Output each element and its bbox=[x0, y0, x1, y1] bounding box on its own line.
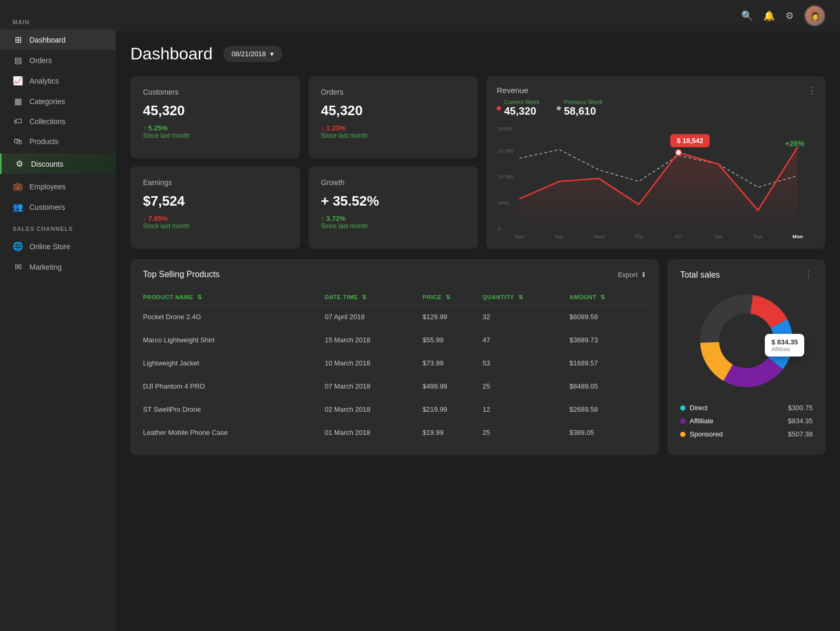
sidebar-item-analytics[interactable]: 📈 Analytics bbox=[0, 70, 116, 91]
cell-name: Lightweight Jacket bbox=[143, 352, 325, 375]
revenue-menu-icon[interactable]: ⋮ bbox=[807, 85, 817, 96]
sidebar-label-analytics: Analytics bbox=[29, 77, 59, 85]
stats-grid: Customers 45,320 ↑ 5.25% Since last mont… bbox=[130, 76, 825, 249]
sidebar-item-dashboard[interactable]: ⊞ Dashboard bbox=[0, 29, 116, 50]
sort-product-name: ⇅ bbox=[197, 294, 202, 300]
col-date-time[interactable]: DATE TIME ⇅ bbox=[325, 290, 423, 306]
svg-text:Wed: Wed bbox=[594, 233, 605, 239]
sidebar-label-dashboard: Dashboard bbox=[29, 36, 66, 44]
cell-qty: 25 bbox=[483, 421, 569, 444]
sidebar-item-orders[interactable]: ▤ Orders bbox=[0, 50, 116, 70]
growth-card-title: Growth bbox=[321, 178, 466, 187]
cell-price: $129.99 bbox=[423, 306, 483, 329]
cell-date: 07 March 2018 bbox=[325, 375, 423, 398]
sales-legend: Direct $300.75 Affilliate $834.35 Sponso… bbox=[680, 404, 813, 438]
svg-marker-10 bbox=[519, 147, 797, 229]
search-icon[interactable]: 🔍 bbox=[741, 10, 753, 22]
online-store-icon: 🌐 bbox=[13, 241, 23, 251]
orders-card-label: Since last month bbox=[321, 132, 466, 139]
cell-amount: $389.05 bbox=[569, 421, 647, 444]
table-row: DJI Phantom 4 PRO 07 March 2018 $499.99 … bbox=[143, 375, 647, 398]
col-product-name[interactable]: PRODUCT NAME ⇅ bbox=[143, 290, 325, 306]
cell-amount: $1689.57 bbox=[569, 352, 647, 375]
sales-legend-item: Affilliate $834.35 bbox=[680, 417, 813, 425]
svg-text:Sat: Sat bbox=[714, 233, 722, 239]
cell-name: Pocket Drone 2.4G bbox=[143, 306, 325, 329]
cell-qty: 53 bbox=[483, 352, 569, 375]
sort-price: ⇅ bbox=[446, 294, 451, 300]
cell-price: $219.99 bbox=[423, 398, 483, 421]
earnings-card-label: Since last month bbox=[143, 222, 288, 230]
customers-card-change: ↑ 5.25% bbox=[143, 124, 288, 132]
cell-qty: 25 bbox=[483, 375, 569, 398]
svg-text:15 000: 15 000 bbox=[498, 148, 514, 154]
earnings-card-value: $7,524 bbox=[143, 193, 288, 209]
previous-week-value: 58,610 bbox=[564, 105, 603, 117]
sidebar-label-orders: Orders bbox=[29, 56, 52, 65]
sidebar-item-customers[interactable]: 👥 Customers bbox=[0, 197, 116, 217]
cell-date: 10 March 2018 bbox=[325, 352, 423, 375]
categories-icon: ▦ bbox=[13, 96, 23, 106]
settings-icon[interactable]: ⚙ bbox=[785, 10, 794, 22]
legend-left: Affilliate bbox=[680, 417, 713, 425]
sidebar-item-discounts[interactable]: ⚙ Discounts bbox=[0, 154, 116, 174]
growth-card-change: ↑ 3.72% bbox=[321, 215, 466, 222]
tooltip-value: $ 834.35 bbox=[771, 338, 798, 346]
cell-qty: 12 bbox=[483, 398, 569, 421]
legend-label: Direct bbox=[690, 404, 708, 412]
dashboard-icon: ⊞ bbox=[13, 35, 23, 45]
current-week-dot bbox=[497, 106, 501, 110]
col-price[interactable]: PRICE ⇅ bbox=[423, 290, 483, 306]
previous-week-dot bbox=[557, 106, 561, 110]
revenue-chart: $ 18,542 +26% 20000 15 000 10 000 5000 0 bbox=[497, 124, 815, 239]
date-selector[interactable]: 08/21/2018 ▾ bbox=[223, 46, 282, 62]
sort-amount: ⇅ bbox=[600, 294, 606, 300]
legend-value: $300.75 bbox=[788, 404, 813, 412]
sidebar-item-categories[interactable]: ▦ Categories bbox=[0, 91, 116, 111]
total-sales-card: Total sales ⋮ bbox=[668, 259, 825, 455]
cell-amount: $2689.58 bbox=[569, 398, 647, 421]
earnings-card: Earnings $7,524 ↓ 7.85% Since last month bbox=[130, 167, 300, 249]
cell-amount: $6089.58 bbox=[569, 306, 647, 329]
sidebar-label-collections: Collections bbox=[29, 117, 65, 126]
customers-card: Customers 45,320 ↑ 5.25% Since last mont… bbox=[130, 76, 300, 158]
revenue-chart-svg: 20000 15 000 10 000 5000 0 bbox=[497, 124, 815, 239]
export-label: Export bbox=[618, 271, 638, 279]
sort-date-time: ⇅ bbox=[362, 294, 367, 300]
orders-card-value: 45,320 bbox=[321, 103, 466, 119]
col-amount[interactable]: AMOUNT ⇅ bbox=[569, 290, 647, 306]
donut-chart: $ 834.35 Affiliate bbox=[694, 288, 799, 393]
sidebar-item-collections[interactable]: 🏷 Collections bbox=[0, 111, 116, 131]
svg-text:Thu: Thu bbox=[634, 233, 643, 239]
export-button[interactable]: Export ⬇ bbox=[618, 271, 647, 279]
cell-price: $55.99 bbox=[423, 329, 483, 352]
sidebar-label-marketing: Marketing bbox=[29, 263, 62, 271]
col-quantity[interactable]: QUANTITY ⇅ bbox=[483, 290, 569, 306]
sidebar-item-employees[interactable]: 💼 Employees bbox=[0, 176, 116, 197]
discounts-icon: ⚙ bbox=[14, 159, 25, 169]
orders-card-title: Orders bbox=[321, 88, 466, 96]
cell-date: 02 March 2018 bbox=[325, 398, 423, 421]
sidebar-item-online-store[interactable]: 🌐 Online Store bbox=[0, 236, 116, 257]
sidebar-item-products[interactable]: 🛍 Products bbox=[0, 131, 116, 151]
page-title: Dashboard bbox=[130, 44, 213, 64]
orders-card-change: ↓ 1.23% bbox=[321, 124, 466, 132]
sidebar-label-online-store: Online Store bbox=[29, 242, 70, 251]
sidebar-item-marketing[interactable]: ✉ Marketing bbox=[0, 257, 116, 277]
table-row: Marco Lightweight Shirt 15 March 2018 $5… bbox=[143, 329, 647, 352]
growth-card-label: Since last month bbox=[321, 222, 466, 230]
cell-name: Leather Mobile Phone Case bbox=[143, 421, 325, 444]
revenue-title: Revenue bbox=[497, 86, 815, 95]
svg-text:5000: 5000 bbox=[498, 200, 509, 206]
notification-icon[interactable]: 🔔 bbox=[763, 10, 775, 22]
dropdown-arrow: ▾ bbox=[270, 50, 274, 58]
svg-text:Mon: Mon bbox=[515, 233, 525, 239]
sales-menu-icon[interactable]: ⋮ bbox=[804, 270, 813, 280]
tooltip-label: Affiliate bbox=[771, 346, 798, 352]
date-value: 08/21/2018 bbox=[232, 50, 266, 58]
avatar[interactable]: 👩 bbox=[804, 5, 825, 26]
collections-icon: 🏷 bbox=[13, 117, 23, 126]
sales-legend-item: Sponsored $507.38 bbox=[680, 430, 813, 438]
chart-percent: +26% bbox=[785, 139, 804, 148]
marketing-icon: ✉ bbox=[13, 262, 23, 272]
